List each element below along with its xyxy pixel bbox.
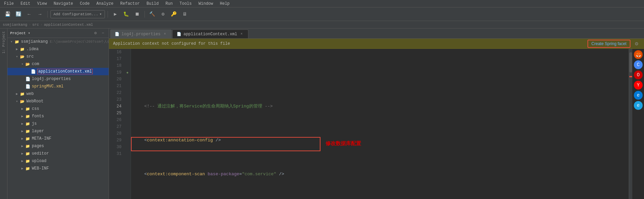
tree-item-css[interactable]: ▶ 📁 css: [7, 105, 109, 113]
scrollbar-thumb[interactable]: [629, 52, 632, 73]
project-tree: ▾ 📁 ssmjiankang E:\javaWebProject\2097ss…: [7, 38, 109, 199]
panel-collapse-button[interactable]: −: [100, 30, 106, 36]
tree-item-log4j[interactable]: ▶ 📄 log4j.properties: [7, 75, 109, 83]
arrow-web: ▶: [14, 92, 20, 96]
tab-log4j[interactable]: 📄 log4j.properties ×: [110, 29, 172, 38]
menu-edit[interactable]: Edit: [19, 1, 32, 7]
project-tab-label[interactable]: 1: Project: [2, 31, 6, 54]
arrow-com: ▾: [20, 62, 25, 66]
tree-item-idea[interactable]: ▶ 📁 .idea: [7, 45, 109, 53]
more-toolbar-button[interactable]: ⚙: [158, 9, 168, 19]
menu-help[interactable]: Help: [219, 1, 231, 7]
tree-item-layer[interactable]: ▶ 📁 layer: [7, 127, 109, 135]
tree-label-src: src: [26, 54, 34, 59]
menu-analyze[interactable]: Analyze: [95, 1, 115, 7]
ie-icon[interactable]: e: [634, 101, 643, 110]
line-num-23: 23: [112, 96, 121, 103]
tree-item-src[interactable]: ▾ 📂 src: [7, 53, 109, 60]
line-num-26: 26: [112, 117, 121, 123]
tree-item-meta-inf[interactable]: ▶ 📁 META-INF: [7, 135, 109, 142]
add-configuration-button[interactable]: Add Configuration... ▾: [50, 10, 105, 18]
warning-banner: Application context not configured for t…: [109, 39, 644, 49]
sync-button[interactable]: 🔄: [14, 9, 23, 19]
tree-item-com[interactable]: ▾ 📂 com: [7, 60, 109, 68]
panel-settings-button[interactable]: ⚙: [92, 30, 98, 36]
tree-label-root: ssmjiankang: [21, 39, 48, 44]
arrow-pages: ▶: [20, 144, 25, 148]
gutter-marker-19: ◆: [124, 69, 131, 76]
menu-build[interactable]: Build: [145, 1, 160, 7]
chrome-icon[interactable]: C: [634, 60, 643, 69]
tree-label-pages: pages: [32, 144, 44, 148]
tree-item-upload[interactable]: ▶ 📁 upload: [7, 157, 109, 165]
menu-tools[interactable]: Tools: [178, 1, 193, 7]
tree-label-js: js: [32, 121, 37, 126]
tree-item-web[interactable]: ▶ 📁 web: [7, 90, 109, 98]
tree-label-upload: upload: [32, 159, 46, 163]
toolbar-sep-2: [108, 11, 108, 18]
main-layout: 1: Project Project ▾ ⚙ − ▾ 📁 ssmjiankang…: [0, 28, 644, 199]
project-vertical-tab[interactable]: 1: Project: [0, 28, 7, 199]
code-line-18: < context:annotation-config />: [134, 137, 644, 144]
tree-item-appcontext[interactable]: ▶ 📄 applicationContext.xml: [7, 68, 109, 75]
undo-button[interactable]: ←: [24, 9, 34, 19]
breadcrumb-sep-1: ›: [29, 23, 31, 27]
tab-log4j-close[interactable]: ×: [162, 32, 167, 37]
menu-run[interactable]: Run: [164, 1, 174, 7]
arrow-layer: ▶: [20, 129, 25, 133]
arrow-appcontext: ▶: [25, 69, 30, 74]
tree-label-springmvc: springMVC.xml: [32, 84, 64, 89]
arrow-css: ▶: [20, 107, 25, 111]
tree-item-ueditor[interactable]: ▶ 📁 ueditor: [7, 150, 109, 157]
warning-options-button[interactable]: ⚙: [633, 40, 640, 47]
menu-view[interactable]: View: [36, 1, 48, 7]
menu-refactor[interactable]: Refactor: [119, 1, 141, 7]
tree-item-js[interactable]: ▶ 📁 js: [7, 120, 109, 127]
breadcrumb-project[interactable]: ssmjiankang: [3, 23, 27, 27]
tree-item-springmvc[interactable]: ▶ 📄 springMVC.xml: [7, 83, 109, 90]
layer-icon: 📁: [25, 128, 30, 134]
arrow-root: ▾: [9, 40, 14, 44]
line-num-20: 20: [112, 76, 121, 83]
tab-appcontext-close[interactable]: ×: [239, 32, 244, 37]
run-button[interactable]: ▶: [111, 9, 120, 19]
debug-button[interactable]: 🐛: [121, 9, 131, 19]
line-num-16: 16: [112, 49, 121, 56]
opera-icon[interactable]: O: [634, 71, 643, 79]
yandex-icon[interactable]: Y: [634, 81, 643, 89]
menu-navigate[interactable]: Navigate: [52, 1, 74, 7]
arrow-log4j: ▶: [20, 77, 25, 81]
vertical-scrollbar[interactable]: [629, 49, 632, 199]
breadcrumb-sep-2: ›: [40, 23, 43, 27]
sdk-button[interactable]: 🔑: [169, 9, 179, 19]
tab-appcontext[interactable]: 📄 applicationContext.xml ×: [172, 29, 248, 38]
tree-item-fonts[interactable]: ▶ 📁 fonts: [7, 113, 109, 120]
breadcrumb-src[interactable]: src: [32, 23, 39, 27]
line-num-22: 22: [112, 89, 121, 96]
tree-item-pages[interactable]: ▶ 📁 pages: [7, 142, 109, 150]
edge-icon[interactable]: e: [634, 91, 643, 100]
terminal-button[interactable]: 🖥: [180, 9, 190, 19]
warning-text: Application context not configured for t…: [113, 41, 230, 46]
save-button[interactable]: 💾: [3, 9, 12, 19]
create-spring-facet-button[interactable]: Create Spring facet: [587, 40, 630, 48]
arrow-src: ▾: [14, 55, 20, 59]
redo-button[interactable]: →: [35, 9, 45, 19]
project-icon: 📁: [14, 39, 20, 44]
arrow-fonts: ▶: [20, 114, 25, 118]
stop-button[interactable]: ⏹: [132, 9, 142, 19]
tree-label-fonts: fonts: [32, 114, 44, 119]
line-num-28: 28: [112, 130, 121, 137]
firefox-icon[interactable]: 🦊: [634, 50, 643, 59]
tree-item-root[interactable]: ▾ 📁 ssmjiankang E:\javaWebProject\2097ss…: [7, 38, 109, 45]
tree-item-web-inf[interactable]: ▶ 📁 WEB-INF: [7, 165, 109, 172]
code-content[interactable]: <!-- 通过注解，将Service的生命周期纳入Spring的管理 --> <…: [131, 49, 644, 199]
menu-code[interactable]: Code: [79, 1, 91, 7]
tree-item-webroot[interactable]: ▾ 📂 WebRoot: [7, 98, 109, 105]
breadcrumb-file[interactable]: applicationContext.xml: [44, 23, 93, 27]
tree-label-meta-inf: META-INF: [32, 136, 51, 141]
menu-file[interactable]: File: [3, 1, 15, 7]
build-button[interactable]: 🔨: [148, 9, 157, 19]
line-num-19: 19: [112, 69, 121, 76]
menu-window[interactable]: Window: [197, 1, 215, 7]
